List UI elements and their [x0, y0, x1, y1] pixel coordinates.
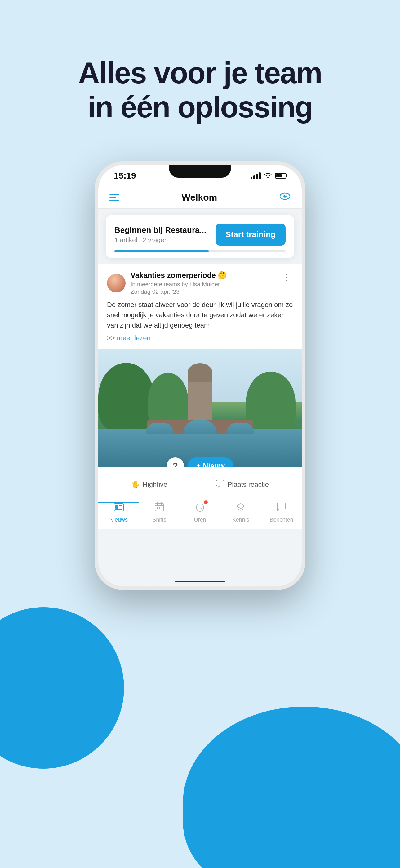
status-icons [251, 172, 286, 180]
avatar [107, 274, 126, 292]
app-header: Welkom [98, 186, 302, 209]
news-post: Vakanties zomerperiode 🤔 In meerdere tea… [98, 264, 302, 495]
comment-button[interactable]: Plaats reactie [216, 479, 269, 490]
post-meta: In meerdere teams by Lisa Mulder [131, 281, 227, 288]
more-options-icon[interactable]: ⋮ [279, 271, 293, 284]
svg-rect-5 [115, 505, 119, 508]
eye-icon[interactable] [279, 192, 291, 203]
tab-uren-dot [204, 500, 208, 504]
notch [169, 165, 231, 178]
canal-scene [98, 349, 302, 467]
phone-mockup: 15:19 [95, 161, 305, 770]
headline-line1: Alles voor je team [78, 56, 322, 89]
tab-berichten-label: Berichten [269, 517, 293, 523]
post-actions: 🖐 Highfive Plaats reactie [98, 467, 302, 495]
comment-label: Plaats reactie [228, 480, 269, 489]
start-training-button[interactable]: Start training [215, 223, 286, 246]
tab-bar: Nieuws Shifts [98, 495, 302, 529]
battery-icon [275, 173, 286, 179]
main-headline: Alles voor je team in één oplossing [0, 56, 400, 124]
training-title: Beginnen bij Restaura... [114, 225, 206, 235]
tab-shifts-label: Shifts [152, 517, 166, 523]
tab-nieuws-label: Nieuws [109, 517, 128, 523]
home-indicator [175, 581, 225, 582]
training-card: Beginnen bij Restaura... 1 artikel | 2 v… [106, 215, 294, 258]
post-meta-block: Vakanties zomerperiode 🤔 In meerdere tea… [131, 271, 227, 295]
tab-nieuws[interactable]: Nieuws [98, 502, 139, 523]
highfive-label: Highfive [143, 480, 167, 489]
app-header-title: Welkom [182, 192, 217, 203]
svg-rect-14 [159, 507, 160, 508]
training-card-content: Beginnen bij Restaura... 1 artikel | 2 v… [114, 223, 286, 246]
training-info: Beginnen bij Restaura... 1 artikel | 2 v… [114, 225, 206, 244]
svg-rect-3 [216, 480, 224, 486]
post-title: Vakanties zomerperiode 🤔 [131, 271, 227, 280]
highfive-button[interactable]: 🖐 Highfive [131, 480, 167, 489]
post-footer: ? + Nieuw 🖐 Highfive [98, 467, 302, 495]
tab-uren-label: Uren [194, 517, 206, 523]
hamburger-menu-icon[interactable] [109, 194, 120, 201]
svg-point-1 [284, 195, 287, 198]
phone-outer: 15:19 [95, 161, 305, 590]
svg-line-17 [200, 507, 202, 508]
post-header: Vakanties zomerperiode 🤔 In meerdere tea… [98, 264, 302, 300]
training-subtitle: 1 artikel | 2 vragen [114, 236, 206, 244]
read-more-link[interactable]: >> meer lezen [107, 333, 293, 343]
svg-rect-13 [157, 507, 158, 508]
tab-uren-icon [195, 503, 205, 515]
training-progress-bar [114, 250, 286, 252]
post-author-info: Vakanties zomerperiode 🤔 In meerdere tea… [107, 271, 227, 295]
comment-icon [216, 479, 225, 490]
tab-uren[interactable]: Uren [179, 502, 220, 523]
status-bar: 15:19 [98, 165, 302, 186]
tab-uren-inner [195, 502, 205, 515]
headline-line2: in één oplossing [88, 90, 312, 124]
tab-kennis-label: Kennis [232, 517, 249, 523]
signal-icon [251, 172, 261, 179]
post-date: Zondag 02 apr. '23 [131, 288, 227, 295]
wifi-icon [264, 172, 272, 180]
post-body: De zomer staat alweer voor de deur. Ik w… [98, 300, 302, 349]
highfive-icon: 🖐 [131, 480, 139, 489]
tab-berichten[interactable]: Berichten [261, 502, 302, 523]
tab-kennis-icon [235, 502, 246, 515]
tab-berichten-icon [276, 502, 287, 515]
post-image [98, 349, 302, 467]
tab-kennis[interactable]: Kennis [221, 502, 261, 523]
status-time: 15:19 [114, 171, 136, 181]
tab-shifts-icon [154, 502, 165, 515]
tab-shifts[interactable]: Shifts [139, 502, 179, 523]
phone-inner: 15:19 [98, 165, 302, 586]
svg-point-2 [285, 195, 286, 196]
post-text: De zomer staat alweer voor de deur. Ik w… [107, 300, 293, 330]
tab-nieuws-icon [113, 502, 124, 515]
training-progress-fill [114, 250, 209, 252]
